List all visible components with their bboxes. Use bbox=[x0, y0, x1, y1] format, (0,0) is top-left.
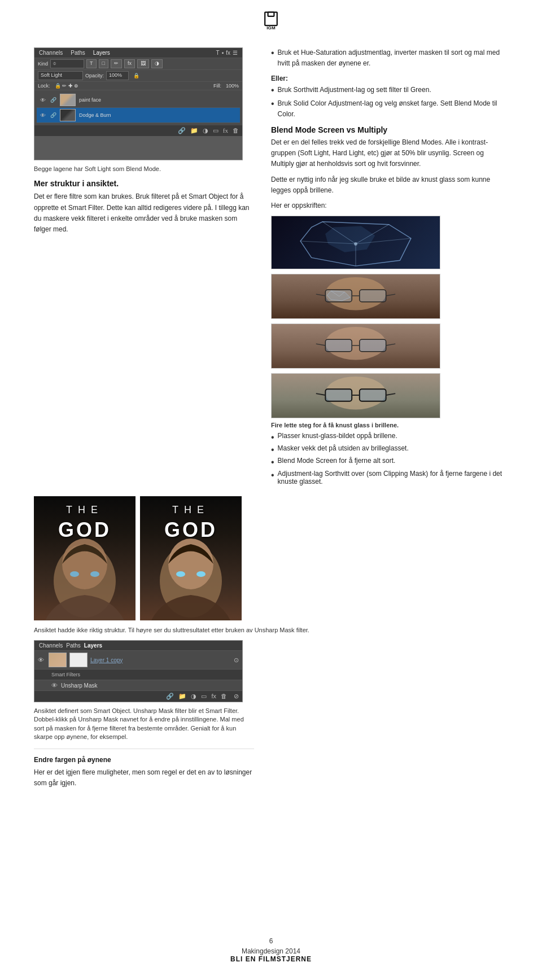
ps2-bottom-icon-5[interactable]: fx bbox=[211, 693, 216, 700]
ps-bottom-link-icon[interactable]: 🔗 bbox=[178, 127, 186, 134]
blend-body-1: Det er en del felles trekk ved de forskj… bbox=[271, 137, 508, 170]
svg-marker-9 bbox=[325, 226, 375, 252]
ps-btn-fx2[interactable]: fx bbox=[124, 59, 135, 68]
ps2-face-thumb bbox=[49, 653, 67, 667]
ps2-bottom-icon-4[interactable]: ▭ bbox=[201, 693, 207, 700]
eller-label: Eller: bbox=[271, 75, 508, 82]
glass-bullet-list: • Plasser knust-glass-bildet oppå brille… bbox=[271, 432, 508, 485]
ps-btn-t[interactable]: T bbox=[86, 59, 97, 68]
svg-rect-27 bbox=[325, 389, 352, 401]
body-text-struktur: Det er flere filtre som kan brukes. Bruk… bbox=[34, 191, 254, 235]
ps-bottom-mask-icon[interactable]: ▭ bbox=[213, 127, 218, 134]
ps2-header: Channels Paths Layers bbox=[34, 641, 242, 651]
bullet-dot-2: • bbox=[271, 85, 274, 95]
igm-logo-icon: IGM bbox=[261, 10, 281, 30]
svg-line-25 bbox=[386, 344, 396, 345]
ps-bottom-adj-icon[interactable]: ◑ bbox=[203, 127, 208, 134]
eller-section: Eller: • Bruk Sorthvitt Adjustment-lag o… bbox=[271, 75, 508, 120]
ps2-bottom-icon-6[interactable]: 🗑 bbox=[221, 693, 227, 700]
ps-bottom-trash-icon[interactable]: 🗑 bbox=[233, 127, 239, 134]
ps-btn-rect[interactable]: □ bbox=[99, 59, 108, 68]
layer-name-paint-face: paint face bbox=[79, 97, 101, 103]
ps-blendmode-row: Soft Light Opacity: 100% 🔒 bbox=[34, 70, 242, 82]
svg-rect-22 bbox=[360, 339, 386, 351]
ps-kind-row: Kind ⌽ T □ ✏ fx 🖼 ◑ bbox=[34, 58, 242, 70]
ps2-left: Channels Paths Layers 👁 Layer 1 copy ⊙ S… bbox=[34, 640, 254, 793]
lock-icons: 🔒 ✏ ✚ ⊕ bbox=[55, 83, 79, 89]
layer-eye-icon[interactable]: 👁 bbox=[39, 97, 47, 103]
tab-paths[interactable]: Paths bbox=[71, 50, 85, 56]
fill-value: 100% bbox=[226, 83, 239, 89]
ps2-eye-icon-unsharp[interactable]: 👁 bbox=[51, 682, 58, 689]
glass-bullet-dot-3: • bbox=[271, 457, 274, 467]
ps2-bottom-icon-1[interactable]: 🔗 bbox=[166, 693, 174, 700]
ps-icon-text[interactable]: T bbox=[216, 50, 220, 56]
svg-rect-13 bbox=[360, 290, 386, 301]
glass-step-4 bbox=[271, 373, 440, 418]
ps2-bottom-icon-2[interactable]: 📁 bbox=[178, 693, 186, 700]
her-label: Her er oppskriften: bbox=[271, 200, 508, 211]
ps-bottom-fx-icon[interactable]: fx bbox=[223, 127, 228, 134]
ps2-tab-layers[interactable]: Layers bbox=[84, 642, 102, 649]
photoshop-screenshot-1: Channels Paths Layers T ▪ fx ☰ Kind ⌽ T … bbox=[34, 47, 243, 160]
blend-mode-select[interactable]: Soft Light bbox=[38, 71, 83, 80]
kind-label: Kind bbox=[38, 61, 48, 67]
ps2-layer-settings-icon[interactable]: ⊙ bbox=[234, 657, 239, 664]
layer-row-dodge-burn[interactable]: 👁 🔗 Dodge & Burn bbox=[37, 108, 240, 123]
section-divider-1 bbox=[34, 749, 254, 749]
ps-panel-tabs[interactable]: Channels Paths Layers T ▪ fx ☰ bbox=[34, 48, 242, 58]
ps-btn-pen[interactable]: ✏ bbox=[111, 59, 122, 68]
glass-step-3 bbox=[271, 323, 440, 369]
ps2-unsharp-mask-row[interactable]: 👁 Unsharp Mask bbox=[34, 680, 242, 691]
ps-icon-shape[interactable]: ▪ bbox=[222, 50, 224, 56]
ps2-bottom-icons: 🔗 📁 ◑ ▭ fx 🗑 ⊘ bbox=[34, 691, 242, 702]
ps2-tab-paths[interactable]: Paths bbox=[66, 642, 81, 649]
bullet-text-content-2: Bruk Sorthvitt Adjustment-lag og sett fi… bbox=[278, 85, 431, 95]
page-header: IGM bbox=[0, 0, 542, 36]
ps2-caption: Ansiktet definert som Smart Object. Unsh… bbox=[34, 707, 254, 742]
right-column-top: • Bruk et Hue-Saturation adjustmentlag, … bbox=[271, 47, 508, 487]
thor-caption: Ansiktet hadde ikke riktig struktur. Til… bbox=[34, 626, 508, 635]
layer-eye-icon-2[interactable]: 👁 bbox=[39, 112, 47, 119]
tab-channels[interactable]: Channels bbox=[39, 50, 63, 56]
top-two-col: Channels Paths Layers T ▪ fx ☰ Kind ⌽ T … bbox=[34, 47, 508, 487]
glass-step-1 bbox=[271, 216, 440, 269]
ps2-collapse-icon[interactable]: ⊘ bbox=[234, 693, 239, 700]
blend-mode-heading: Blend Mode Screen vs Multiply bbox=[271, 125, 508, 134]
ps2-tab-channels[interactable]: Channels bbox=[39, 642, 63, 649]
ps-btn-img[interactable]: 🖼 bbox=[137, 59, 149, 68]
svg-line-15 bbox=[316, 294, 326, 296]
smart-filters-text: Smart Filters bbox=[51, 672, 80, 677]
tab-layers[interactable]: Layers bbox=[93, 50, 110, 56]
ps2-bottom-icon-3[interactable]: ◑ bbox=[191, 693, 196, 700]
glass-bullet-1: Plasser knust-glass-bildet oppå brillene… bbox=[278, 432, 397, 440]
svg-point-39 bbox=[196, 571, 206, 577]
page-footer: 6 Makingdesign 2014 BLI EN FILMSTJERNE bbox=[0, 937, 542, 963]
bullet-text-content-1: Bruk et Hue-Saturation adjustmentlag, in… bbox=[278, 47, 508, 69]
svg-text:IGM: IGM bbox=[266, 25, 276, 30]
ps2-right-spacer bbox=[271, 640, 508, 793]
left-column-top: Channels Paths Layers T ▪ fx ☰ Kind ⌽ T … bbox=[34, 47, 254, 487]
thor-image-after: THE GOD OF bbox=[140, 496, 242, 620]
layer-row-paint-face[interactable]: 👁 🔗 paint face bbox=[37, 93, 240, 108]
opacity-select[interactable]: 100% bbox=[106, 71, 129, 80]
bullet-text-1: • Bruk et Hue-Saturation adjustmentlag, … bbox=[271, 47, 508, 69]
opacity-label: Opacity: bbox=[85, 73, 104, 78]
layer-thumb-dodge-burn bbox=[60, 109, 76, 121]
page-content: Channels Paths Layers T ▪ fx ☰ Kind ⌽ T … bbox=[0, 36, 542, 821]
glass-steps-images bbox=[271, 216, 508, 418]
glass-steps-caption: Fire lette steg for å få knust glass i b… bbox=[271, 422, 508, 428]
thor-image-before: THE GOD OF bbox=[34, 496, 136, 620]
glass-crack-overlay bbox=[272, 216, 440, 269]
ps-bottom-folder-icon[interactable]: 📁 bbox=[190, 127, 198, 134]
ps2-smart-filters-label: Smart Filters bbox=[34, 670, 242, 680]
ps2-layer-1-copy[interactable]: 👁 Layer 1 copy ⊙ bbox=[34, 651, 242, 670]
ps-icon-menu[interactable]: ☰ bbox=[233, 50, 238, 56]
ps-btn-adj[interactable]: ◑ bbox=[151, 59, 163, 68]
kind-select[interactable]: ⌽ bbox=[50, 59, 84, 68]
ps-layers-list: 👁 🔗 paint face 👁 🔗 Dodge & Burn bbox=[34, 90, 242, 125]
ps2-eye-icon[interactable]: 👁 bbox=[38, 657, 46, 663]
svg-rect-28 bbox=[360, 389, 386, 401]
lock-label: Lock: bbox=[38, 83, 50, 89]
ps-icon-fx[interactable]: fx bbox=[226, 50, 230, 56]
